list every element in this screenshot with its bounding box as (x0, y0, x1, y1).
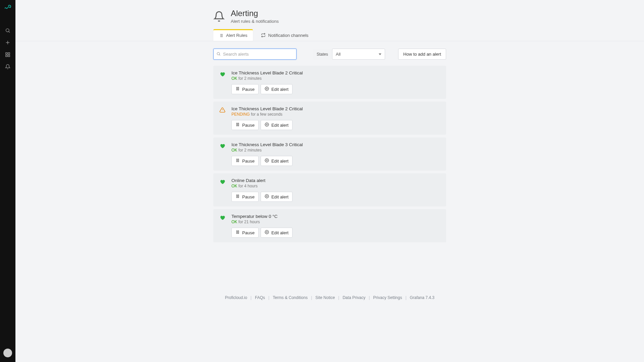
gear-icon (265, 230, 269, 235)
alert-status: OK for 2 minutes (231, 148, 441, 153)
heart-icon (219, 143, 225, 166)
gear-icon (265, 158, 269, 164)
logo-icon[interactable] (4, 4, 11, 11)
footer-link[interactable]: Site Notice (315, 295, 335, 300)
alert-card: Temperatur below 0 °COK for 21 hoursPaus… (213, 209, 446, 242)
heart-icon (219, 71, 225, 94)
left-sidebar (0, 0, 15, 362)
heart-icon (219, 179, 225, 202)
edit-alert-button[interactable]: Edit alert (261, 120, 292, 130)
svg-rect-16 (236, 87, 237, 90)
states-select-value: All (336, 52, 340, 57)
svg-rect-24 (236, 159, 237, 162)
gear-icon (265, 86, 269, 92)
svg-rect-7 (8, 55, 10, 57)
page-title: Alerting (231, 9, 279, 18)
footer-link[interactable]: FAQs (255, 295, 265, 300)
search-icon (216, 52, 221, 57)
footer-link[interactable]: Data Privacy (342, 295, 365, 300)
svg-rect-4 (6, 53, 7, 54)
alert-card: Ice Thickness Level Blade 2 CriticalOK f… (213, 66, 446, 99)
pause-button[interactable]: Pause (231, 84, 259, 94)
tab-label: Notification channels (268, 33, 309, 38)
pause-button[interactable]: Pause (231, 192, 259, 202)
filter-row: States All How to add an alert (213, 49, 446, 60)
alert-card: Ice Thickness Level Blade 3 CriticalOK f… (213, 137, 446, 171)
pause-icon (235, 122, 240, 128)
alert-status: OK for 2 minutes (231, 76, 441, 81)
warning-icon (219, 107, 225, 130)
svg-point-32 (266, 232, 267, 233)
tab-notification-channels[interactable]: Notification channels (256, 29, 314, 41)
alert-list: Ice Thickness Level Blade 2 CriticalOK f… (213, 66, 446, 242)
alert-title[interactable]: Temperatur below 0 °C (231, 214, 441, 219)
pause-button[interactable]: Pause (231, 228, 259, 238)
pause-icon (235, 158, 240, 164)
footer-link[interactable]: Privacy Settings (373, 295, 402, 300)
svg-rect-5 (8, 53, 10, 54)
svg-point-14 (217, 52, 220, 55)
tab-alert-rules[interactable]: Alert Rules (213, 29, 253, 41)
svg-point-18 (266, 88, 267, 89)
edit-alert-button[interactable]: Edit alert (261, 228, 292, 238)
pause-button[interactable]: Pause (231, 120, 259, 130)
pause-icon (235, 86, 240, 92)
tab-label: Alert Rules (226, 33, 248, 38)
alert-card: Online Data alertOK for 4 hoursPauseEdit… (213, 173, 446, 206)
svg-point-23 (266, 124, 267, 125)
search-input[interactable] (213, 49, 297, 60)
tabs: Alert Rules Notification channels (213, 29, 446, 41)
edit-alert-button[interactable]: Edit alert (261, 156, 292, 166)
svg-rect-21 (236, 123, 237, 126)
page-subtitle: Alert rules & notifications (231, 19, 279, 24)
page-header: Alerting Alert rules & notifications (213, 9, 446, 29)
alert-title[interactable]: Ice Thickness Level Blade 3 Critical (231, 142, 441, 147)
footer-link[interactable]: Proficloud.io (225, 295, 247, 300)
svg-rect-31 (238, 231, 239, 234)
gear-icon (265, 194, 269, 199)
edit-alert-button[interactable]: Edit alert (261, 84, 292, 94)
svg-rect-28 (238, 195, 239, 198)
nav-dashboards-icon[interactable] (0, 49, 15, 61)
list-icon (219, 33, 223, 38)
footer-link[interactable]: Terms & Conditions (273, 295, 308, 300)
svg-rect-22 (238, 123, 239, 126)
nav-alerting-icon[interactable] (0, 61, 15, 73)
svg-point-26 (266, 160, 267, 161)
user-avatar[interactable] (3, 349, 12, 357)
alert-title[interactable]: Online Data alert (231, 178, 441, 183)
pause-icon (235, 230, 240, 235)
main-content: Alerting Alert rules & notifications Ale… (15, 0, 644, 362)
svg-rect-6 (6, 55, 7, 57)
svg-point-29 (266, 196, 267, 197)
alert-card: Ice Thickness Level Blade 2 CriticalPEND… (213, 102, 446, 135)
nav-search-icon[interactable] (0, 24, 15, 37)
alert-title[interactable]: Ice Thickness Level Blade 2 Critical (231, 106, 441, 111)
svg-rect-25 (238, 159, 239, 162)
footer: Proficloud.io|FAQs|Terms & Conditions|Si… (213, 245, 446, 306)
alert-title[interactable]: Ice Thickness Level Blade 2 Critical (231, 70, 441, 75)
how-to-add-button[interactable]: How to add an alert (398, 49, 446, 60)
svg-point-0 (6, 29, 9, 32)
gear-icon (265, 122, 269, 128)
svg-line-15 (219, 54, 220, 55)
states-select[interactable]: All (332, 49, 385, 60)
svg-rect-27 (236, 195, 237, 198)
heart-icon (219, 215, 225, 238)
alert-status: OK for 4 hours (231, 184, 441, 188)
channels-icon (261, 33, 266, 38)
footer-version[interactable]: Grafana 7.4.3 (410, 295, 434, 300)
svg-rect-17 (238, 87, 239, 90)
states-label: States (313, 49, 331, 60)
alert-status: PENDING for a few seconds (231, 112, 441, 117)
pause-button[interactable]: Pause (231, 156, 259, 166)
svg-rect-30 (236, 231, 237, 234)
alert-status: OK for 21 hours (231, 220, 441, 224)
nav-plus-icon[interactable] (0, 37, 15, 49)
svg-line-1 (9, 32, 10, 33)
bell-icon (213, 11, 225, 22)
edit-alert-button[interactable]: Edit alert (261, 192, 292, 202)
pause-icon (235, 194, 240, 199)
